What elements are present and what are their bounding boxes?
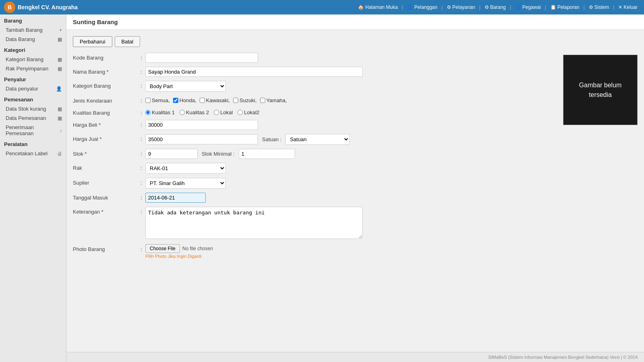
image-placeholder-text: Gambar belum tersedia [568, 80, 633, 100]
table-icon-4: ▦ [58, 106, 62, 112]
stok-input[interactable] [145, 149, 198, 159]
sidebar: Barang Tambah Barang + Data Barang ▦ Kat… [0, 14, 66, 362]
rb-lokal2[interactable] [237, 110, 243, 115]
report-icon: 📋 [550, 4, 556, 10]
app-logo: B Bengkel CV. Anugraha [4, 2, 78, 13]
table-icon-2: ▦ [58, 57, 62, 62]
sidebar-section-pemesanan: Pemesanan [0, 93, 66, 104]
sidebar-item-pencetakan-label[interactable]: Pencetakan Label 🖨 [0, 149, 66, 158]
radio-lokal2[interactable]: Lokal2 [237, 109, 259, 115]
nav-keluar[interactable]: ✕ Keluar [616, 4, 640, 10]
sidebar-item-rak-penyimpanan[interactable]: Rak Penyimpanan ▦ [0, 64, 66, 73]
nav-pelaporan[interactable]: 📋 Pelaporan [548, 4, 582, 10]
rak-label: Rak [73, 163, 137, 171]
nav-pelanggan[interactable]: 👤 Pelanggan [405, 4, 440, 10]
user-icon: 👤 [407, 4, 413, 10]
radio-lokal[interactable]: Lokal [214, 109, 233, 115]
sidebar-item-penerimaan-pemesanan[interactable]: Penerimaan Pemesanan ↓ [0, 123, 66, 138]
kode-barang-input[interactable] [145, 53, 258, 63]
product-image-placeholder: Gambar belum tersedia [563, 55, 638, 125]
rak-select[interactable]: RAK-01 RAK-02 RAK-03 [145, 163, 226, 174]
print-icon: 🖨 [57, 151, 62, 156]
update-button[interactable]: Perbaharui [73, 36, 112, 47]
table-icon-3: ▦ [58, 66, 62, 72]
file-hint: Pilih Photo Jika Ingin Diganti [145, 254, 557, 259]
checkbox-yamaha[interactable]: Yamaha, [260, 97, 287, 103]
radio-kualitas1[interactable]: Kualitas 1 [145, 109, 175, 115]
cancel-button[interactable]: Batal [115, 36, 140, 47]
harga-beli-label: Harga Beli * [73, 120, 137, 128]
choose-file-button[interactable]: Choose File [145, 244, 180, 253]
stok-minimal-input[interactable] [239, 149, 295, 159]
no-file-chosen-text: No file chosen [182, 246, 213, 251]
nama-barang-input[interactable] [145, 67, 363, 77]
sidebar-section-penyalur: Penyalur [0, 73, 66, 84]
sidebar-item-data-pemesanan[interactable]: Data Pemesanan ▦ [0, 113, 66, 123]
cb-suzuki[interactable] [233, 98, 238, 103]
checkbox-semua[interactable]: Semua, [145, 97, 170, 103]
nav-halaman-muka[interactable]: 🏠 Halaman Muka [355, 4, 400, 10]
sidebar-item-kategori-barang[interactable]: Kategori Barang ▦ [0, 55, 66, 64]
sidebar-item-data-stok-kurang[interactable]: Data Stok kurang ▦ [0, 104, 66, 113]
service-icon: ⚙ [447, 4, 451, 10]
nav-barang[interactable]: ⚙ Barang [482, 4, 508, 10]
cb-kawasaki[interactable] [200, 98, 205, 103]
sidebar-section-peralatan: Peralatan [0, 138, 66, 149]
sidebar-item-data-barang[interactable]: Data Barang ▦ [0, 35, 66, 44]
sidebar-item-data-penyalur[interactable]: Data penyalur 👤 [0, 84, 66, 93]
rb-kualitas2[interactable] [180, 110, 185, 115]
cb-honda[interactable] [173, 98, 178, 103]
satuan-label: Satuan : [262, 136, 281, 142]
cb-yamaha[interactable] [260, 98, 265, 103]
tanggal-masuk-input[interactable] [145, 193, 206, 203]
sidebar-item-tambah-barang[interactable]: Tambah Barang + [0, 25, 66, 35]
pegawai-icon: 👤 [515, 4, 521, 10]
tanggal-masuk-label: Tanggal Masuk [73, 193, 137, 201]
stok-minimal-label: Stok Minimal : [202, 151, 235, 157]
rb-kualitas1[interactable] [145, 110, 151, 115]
kode-barang-label: Kode Barang [73, 53, 137, 61]
barang-icon: ⚙ [485, 4, 489, 10]
table-icon: ▦ [58, 37, 62, 42]
nav-pelayanan[interactable]: ⚙ Pelayanan [444, 4, 478, 10]
checkbox-kawasaki[interactable]: Kawasaki, [200, 97, 230, 103]
main-content: Sunting Barang Perbaharui Batal Kode Bar… [66, 14, 644, 362]
sistem-icon: ⚙ [589, 4, 593, 10]
topnav-items: 🏠 Halaman Muka | 👤 Pelanggan | ⚙ Pelayan… [355, 4, 640, 10]
nav-sistem[interactable]: ⚙ Sistem [586, 4, 612, 10]
checkbox-honda[interactable]: Honda, [173, 97, 196, 103]
rb-lokal[interactable] [214, 110, 219, 115]
satuan-select[interactable]: Satuan Lusin Pcs Set [285, 134, 350, 145]
nav-pegawai[interactable]: 👤 Pegawai [513, 4, 543, 10]
nama-barang-label: Nama Barang * [73, 67, 137, 75]
exit-icon: ✕ [618, 4, 622, 10]
add-icon: + [59, 27, 62, 33]
stok-label: Stok * [73, 149, 137, 157]
harga-jual-input[interactable] [145, 134, 258, 144]
kategori-barang-select[interactable]: Body Part Engine Electrical Accessories [145, 81, 226, 92]
photo-barang-label: Photo Barang [73, 244, 137, 252]
table-icon-5: ▦ [58, 115, 62, 121]
cb-semua[interactable] [145, 98, 151, 103]
home-icon: 🏠 [358, 4, 364, 10]
person-icon: 👤 [56, 86, 62, 92]
harga-beli-input[interactable] [145, 120, 258, 130]
logo-icon: B [4, 2, 15, 13]
kualitas-barang-label: Kualitas Barang [73, 108, 137, 116]
keterangan-textarea[interactable]: Tidak ada keterangan untuk barang ini [145, 207, 363, 239]
download-icon: ↓ [60, 128, 62, 133]
suplier-label: Suplier [73, 178, 137, 186]
radio-kualitas2[interactable]: Kualitas 2 [180, 109, 209, 115]
footer: SIMaBeS (Sistem Informasi Manajemen Beng… [66, 352, 644, 362]
jenis-kendaraan-label: Jenis Kendaraan [73, 96, 137, 104]
suplier-select[interactable]: PT. Sinar Galih CV. Maju Bersama [145, 178, 226, 189]
app-title: Bengkel CV. Anugraha [18, 4, 78, 10]
harga-jual-label: Harga Jual * [73, 134, 137, 142]
page-title: Sunting Barang [66, 14, 644, 30]
sidebar-section-kategori: Kategori [0, 44, 66, 55]
sidebar-section-barang: Barang [0, 14, 66, 25]
kategori-barang-label: Kategori Barang [73, 81, 137, 89]
keterangan-label: Keterangan * [73, 207, 137, 215]
checkbox-suzuki[interactable]: Suzuki, [233, 97, 257, 103]
